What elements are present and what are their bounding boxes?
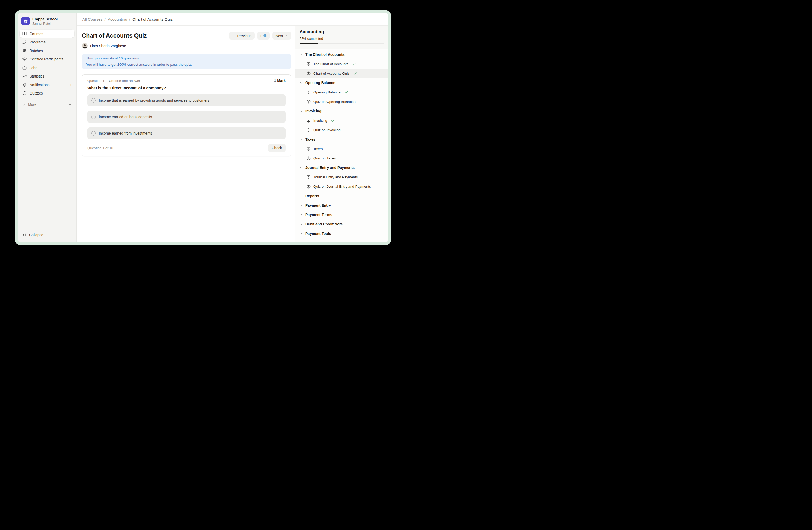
sidebar-item-label: Certified Participants xyxy=(30,57,63,61)
breadcrumb: All Courses/Accounting/Chart of Accounts… xyxy=(83,17,173,22)
check-button[interactable]: Check xyxy=(268,144,286,152)
answer-option-label: Income earned from investments xyxy=(99,131,152,135)
outline-section-reports[interactable]: Reports xyxy=(295,191,389,200)
collapse-label: Collapse xyxy=(29,233,43,237)
completed-check-icon xyxy=(344,90,348,94)
outline-section-debit-and-credit-note[interactable]: Debit and Credit Note xyxy=(295,220,389,229)
edit-label: Edit xyxy=(260,34,266,38)
outline-item-the-chart-of-accounts[interactable]: The Chart of Accounts xyxy=(295,59,389,69)
outline-section-title: The Chart of Accounts xyxy=(305,52,345,57)
outline-item-quiz-on-opening-balances[interactable]: Quiz on Opening Balances xyxy=(295,97,389,106)
sidebar-item-statistics[interactable]: Statistics xyxy=(20,72,74,80)
chevron-right-icon xyxy=(285,34,288,38)
quiz-notice-banner: This quiz consists of 10 questions.You w… xyxy=(82,54,291,69)
answer-option[interactable]: Income earned from investments xyxy=(87,127,286,139)
next-label: Next xyxy=(275,34,283,38)
frappe-school-logo-icon xyxy=(21,17,30,25)
outline-item-label: Quiz on Taxes xyxy=(314,156,336,160)
breadcrumb-link[interactable]: All Courses xyxy=(83,17,103,22)
users-icon xyxy=(22,48,27,53)
outline-item-label: Quiz on Invoicing xyxy=(314,128,340,132)
previous-button[interactable]: Previous xyxy=(229,32,255,40)
content-row: Chart of Accounts Quiz Previous Edit xyxy=(77,26,389,242)
outline-section-journal-entry-and-payments[interactable]: Journal Entry and Payments xyxy=(295,163,389,172)
next-button[interactable]: Next xyxy=(272,32,291,40)
edit-button[interactable]: Edit xyxy=(257,32,270,40)
sidebar-item-label: Jobs xyxy=(30,66,38,70)
bell-icon xyxy=(22,83,27,87)
sidebar-item-quizzes[interactable]: Quizzes xyxy=(20,89,74,97)
radio-button[interactable] xyxy=(91,98,96,103)
desktop-background: Frappe School Jannat Patel CoursesProgra… xyxy=(0,0,406,265)
course-outline-list: The Chart of AccountsThe Chart of Accoun… xyxy=(295,49,389,242)
graduation-cap-icon xyxy=(22,57,27,61)
sidebar-item-batches[interactable]: Batches xyxy=(20,46,74,55)
sidebar-item-courses[interactable]: Courses xyxy=(20,30,74,38)
school-name: Frappe School xyxy=(32,17,58,21)
completed-check-icon xyxy=(353,71,357,75)
chevron-down-icon xyxy=(300,138,303,141)
outline-item-label: The Chart of Accounts xyxy=(314,62,348,66)
outline-section-taxes[interactable]: Taxes xyxy=(295,135,389,144)
page-title: Chart of Accounts Quiz xyxy=(82,32,147,39)
outline-section-the-chart-of-accounts[interactable]: The Chart of Accounts xyxy=(295,50,389,59)
outline-section-payment-terms[interactable]: Payment Terms xyxy=(295,210,389,220)
outline-item-taxes[interactable]: Taxes xyxy=(295,144,389,153)
notice-line: This quiz consists of 10 questions. xyxy=(86,55,287,61)
outline-item-opening-balance[interactable]: Opening Balance xyxy=(295,87,389,97)
sidebar-item-jobs[interactable]: Jobs xyxy=(20,64,74,72)
sidebar-item-certified-participants[interactable]: Certified Participants xyxy=(20,55,74,64)
outline-item-quiz-on-journal-entry-and-payments[interactable]: Quiz on Journal Entry and Payments xyxy=(295,182,389,191)
sidebar-item-label: Notifications xyxy=(30,83,49,87)
sidebar-item-notifications[interactable]: Notifications1 xyxy=(20,81,74,89)
outline-section-payment-tools[interactable]: Payment Tools xyxy=(295,229,389,238)
answer-options: Income that is earned by providing goods… xyxy=(87,94,286,139)
outline-item-invoicing[interactable]: Invoicing xyxy=(295,116,389,125)
trending-up-icon xyxy=(22,74,27,79)
outline-item-label: Invoicing xyxy=(314,118,327,123)
workspace-switcher[interactable]: Frappe School Jannat Patel xyxy=(20,16,74,25)
book-open-icon xyxy=(22,31,27,36)
question-instruction: Choose one answer xyxy=(109,79,140,83)
sidebar-nav: CoursesProgramsBatchesCertified Particip… xyxy=(20,30,74,97)
quiz-icon xyxy=(306,184,311,189)
outline-item-chart-of-accounts-quiz[interactable]: Chart of Accounts Quiz xyxy=(295,69,389,78)
chevron-right-icon xyxy=(300,194,303,198)
answer-option-label: Income that is earned by providing goods… xyxy=(99,98,210,102)
answer-option[interactable]: Income earned on bank deposits xyxy=(87,111,286,123)
outline-item-quiz-on-taxes[interactable]: Quiz on Taxes xyxy=(295,153,389,163)
outline-item-label: Taxes xyxy=(314,147,322,151)
radio-button[interactable] xyxy=(91,131,96,136)
chevron-right-icon xyxy=(300,213,303,217)
lesson-icon xyxy=(306,118,311,123)
outline-section-payment-entry[interactable]: Payment Entry xyxy=(295,200,389,210)
lesson-icon xyxy=(306,62,311,66)
notice-line: You will have to get 100% correct answer… xyxy=(86,61,287,68)
app-window: Frappe School Jannat Patel CoursesProgra… xyxy=(15,10,391,245)
radio-button[interactable] xyxy=(91,115,96,119)
sidebar-item-label: Quizzes xyxy=(30,91,43,95)
outline-item-quiz-on-invoicing[interactable]: Quiz on Invoicing xyxy=(295,125,389,135)
outline-section-title: Payment Entry xyxy=(305,203,331,207)
sidebar-item-programs[interactable]: Programs xyxy=(20,38,74,46)
outline-item-journal-entry-and-payments[interactable]: Journal Entry and Payments xyxy=(295,172,389,182)
plus-icon[interactable] xyxy=(68,103,72,106)
collapse-button[interactable]: Collapse xyxy=(20,231,74,239)
workspace-text: Frappe School Jannat Patel xyxy=(32,17,58,25)
collapse-sidebar-icon xyxy=(22,233,26,237)
more-label: More xyxy=(28,102,37,107)
breadcrumb-separator: / xyxy=(129,17,130,22)
quiz-actions: Previous Edit Next xyxy=(229,32,291,40)
lesson-icon xyxy=(306,175,311,179)
completed-check-icon xyxy=(331,118,335,123)
breadcrumb-link[interactable]: Accounting xyxy=(108,17,127,22)
sidebar-more[interactable]: More xyxy=(20,100,74,109)
title-row: Chart of Accounts Quiz Previous Edit xyxy=(82,32,291,40)
answer-option[interactable]: Income that is earned by providing goods… xyxy=(87,94,286,106)
chevron-right-icon xyxy=(300,232,303,235)
outline-section-title: Reports xyxy=(305,194,319,198)
outline-section-invoicing[interactable]: Invoicing xyxy=(295,106,389,116)
outline-section-opening-balance[interactable]: Opening Balance xyxy=(295,78,389,87)
question-header: Question 1: Choose one answer 1 Mark xyxy=(87,79,286,83)
chevron-right-icon xyxy=(300,223,303,226)
